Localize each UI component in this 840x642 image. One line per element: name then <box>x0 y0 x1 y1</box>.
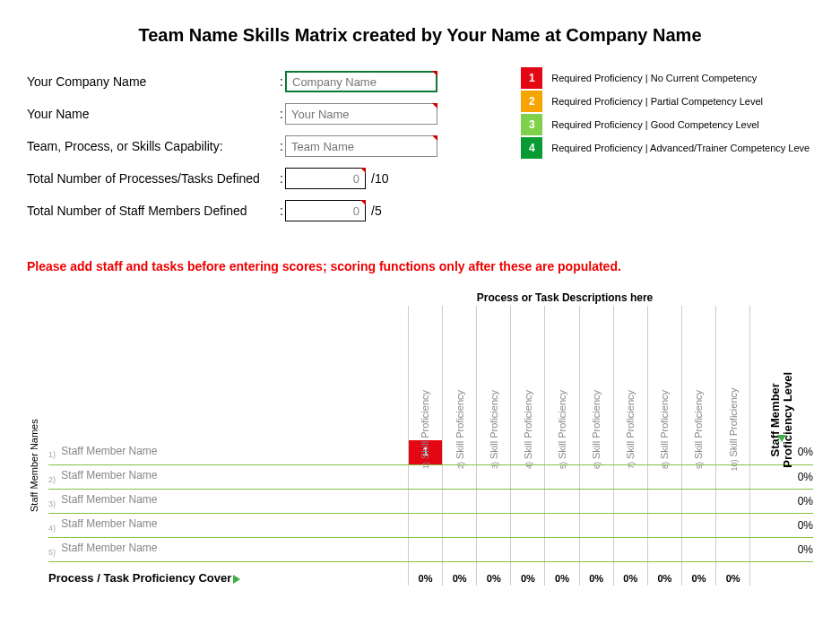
page-title: Team Name Skills Matrix created by Your … <box>27 25 813 46</box>
score-cell[interactable] <box>545 537 579 561</box>
company-label: Your Company Name <box>27 74 278 89</box>
row-proficiency-percent: 0% <box>750 464 813 489</box>
score-cell[interactable] <box>716 537 750 561</box>
form-column: Your Company Name : Your Name : Team, Pr… <box>27 71 494 232</box>
cell-indicator-icon <box>360 200 366 205</box>
column-proficiency-percent: 0% <box>545 561 579 586</box>
company-input[interactable] <box>285 71 437 92</box>
column-proficiency-percent: 0% <box>681 561 715 586</box>
proficiency-level-header: Staff MemberProficiency Level <box>750 306 813 440</box>
score-cell[interactable] <box>681 489 715 513</box>
row-proficiency-percent: 0% <box>750 537 813 561</box>
cell-indicator-icon <box>432 103 437 108</box>
legend-item: 4Required Proficiency | Advanced/Trainer… <box>521 137 813 159</box>
score-cell[interactable] <box>511 513 545 537</box>
column-proficiency-percent: 0% <box>716 561 750 586</box>
staff-row-label[interactable]: 1) Staff Member Name <box>48 440 408 464</box>
score-cell[interactable] <box>511 489 545 513</box>
cell-indicator-icon <box>360 168 366 173</box>
triangle-right-icon <box>233 575 240 584</box>
column-proficiency-percent: 0% <box>443 561 477 586</box>
legend-item: 2Required Proficiency | Partial Competen… <box>521 91 813 112</box>
score-cell[interactable] <box>716 513 750 537</box>
skill-column-header[interactable]: 5) Skill Proficiency <box>545 306 579 440</box>
score-cell[interactable] <box>511 537 545 561</box>
legend-swatch: 3 <box>521 114 542 135</box>
score-cell[interactable] <box>477 489 511 513</box>
cell-indicator-icon <box>432 135 437 141</box>
staff-row-label[interactable]: 4) Staff Member Name <box>48 513 408 537</box>
skill-column-header[interactable]: 10) Skill Proficiency <box>716 306 750 440</box>
score-cell[interactable] <box>408 489 442 513</box>
skill-column-header[interactable]: 6) Skill Proficiency <box>579 306 613 440</box>
row-proficiency-percent: 0% <box>750 489 813 513</box>
skill-column-header[interactable]: 4) Skill Proficiency <box>511 306 545 440</box>
skill-column-header[interactable]: 2) Skill Proficiency <box>443 306 477 440</box>
legend-text: Required Proficiency | Advanced/Trainer … <box>551 143 810 153</box>
legend: 1Required Proficiency | No Current Compe… <box>521 67 813 232</box>
column-proficiency-percent: 0% <box>613 561 647 586</box>
cell-indicator-icon <box>432 71 437 76</box>
score-cell[interactable] <box>477 513 511 537</box>
skill-column-header[interactable]: 1) Skill Proficiency <box>408 306 442 440</box>
score-cell[interactable] <box>477 537 511 561</box>
skill-column-header[interactable]: 7) Skill Proficiency <box>613 306 647 440</box>
staff-row-label[interactable]: 2) Staff Member Name <box>48 464 408 489</box>
legend-swatch: 1 <box>521 67 542 89</box>
score-cell[interactable] <box>681 513 715 537</box>
staff-count-input[interactable] <box>285 200 366 221</box>
tasks-suffix: /10 <box>371 171 388 186</box>
legend-text: Required Proficiency | No Current Compet… <box>551 73 757 83</box>
column-proficiency-percent: 0% <box>477 561 511 586</box>
score-cell[interactable] <box>579 513 613 537</box>
column-proficiency-percent: 0% <box>511 561 545 586</box>
tasks-count-input[interactable] <box>285 168 366 189</box>
tasks-count-label: Total Number of Processes/Tasks Defined <box>27 171 278 186</box>
skill-column-header[interactable]: 8) Skill Proficiency <box>647 306 681 440</box>
skill-column-header[interactable]: 9) Skill Proficiency <box>681 306 715 440</box>
legend-swatch: 2 <box>521 91 542 112</box>
name-label: Your Name <box>27 107 278 121</box>
legend-item: 3Required Proficiency | Good Competency … <box>521 114 813 135</box>
footer-label: Process / Task Proficiency Cover <box>48 561 408 586</box>
column-proficiency-percent: 0% <box>408 561 442 586</box>
column-proficiency-percent: 0% <box>579 561 613 586</box>
staff-count-label: Total Number of Staff Members Defined <box>27 204 278 218</box>
legend-text: Required Proficiency | Good Competency L… <box>551 119 759 130</box>
score-cell[interactable] <box>443 489 477 513</box>
staff-row-label[interactable]: 3) Staff Member Name <box>48 489 408 513</box>
task-descriptions-header: Process or Task Descriptions here <box>394 291 735 304</box>
score-cell[interactable] <box>647 537 681 561</box>
score-cell[interactable] <box>613 513 647 537</box>
name-input[interactable] <box>285 103 437 125</box>
team-input[interactable] <box>285 135 437 157</box>
score-cell[interactable] <box>613 537 647 561</box>
score-cell[interactable] <box>647 513 681 537</box>
warning-message: Please add staff and tasks before enteri… <box>27 259 813 273</box>
staff-row-label[interactable]: 5) Staff Member Name <box>48 537 408 561</box>
legend-swatch: 4 <box>521 137 542 159</box>
score-cell[interactable] <box>579 537 613 561</box>
legend-item: 1Required Proficiency | No Current Compe… <box>521 67 813 89</box>
column-proficiency-percent: 0% <box>647 561 681 586</box>
score-cell[interactable] <box>545 513 579 537</box>
score-cell[interactable] <box>716 489 750 513</box>
legend-text: Required Proficiency | Partial Competenc… <box>551 96 763 107</box>
score-cell[interactable] <box>647 489 681 513</box>
triangle-down-icon <box>777 435 786 442</box>
skills-matrix-table: 1) Skill Proficiency2) Skill Proficiency… <box>48 306 813 586</box>
score-cell[interactable] <box>443 537 477 561</box>
staff-suffix: /5 <box>371 204 382 218</box>
score-cell[interactable] <box>545 489 579 513</box>
score-cell[interactable] <box>408 537 442 561</box>
team-label: Team, Process, or Skills Capability: <box>27 139 278 153</box>
score-cell[interactable] <box>681 537 715 561</box>
score-cell[interactable] <box>443 513 477 537</box>
score-cell[interactable] <box>579 489 613 513</box>
staff-names-side-label: Staff Member Names <box>29 419 39 512</box>
score-cell[interactable] <box>408 513 442 537</box>
skill-column-header[interactable]: 3) Skill Proficiency <box>477 306 511 440</box>
row-proficiency-percent: 0% <box>750 513 813 537</box>
score-cell[interactable] <box>613 489 647 513</box>
